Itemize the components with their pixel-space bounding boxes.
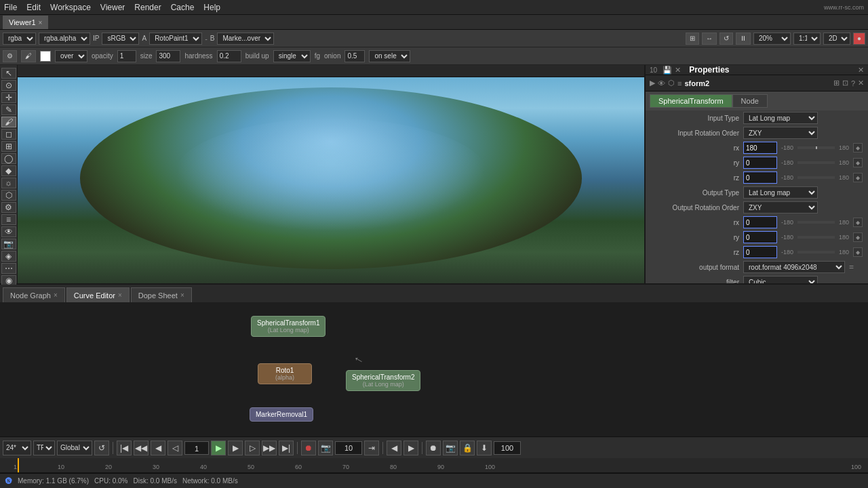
- output-rotation-order-select[interactable]: ZXY: [743, 201, 818, 214]
- color-profile-select[interactable]: sRGB: [102, 33, 139, 45]
- out-rx-slider[interactable]: [797, 221, 835, 224]
- blend-mode-select[interactable]: over: [55, 50, 87, 62]
- next-keyframe-btn[interactable]: ▶|: [279, 441, 294, 455]
- tab-node-graph-close[interactable]: ×: [54, 291, 58, 299]
- tool-paint[interactable]: 🖌: [1, 117, 16, 127]
- node-spherical2[interactable]: SphericalTransform2 (Lat Long map): [346, 370, 420, 391]
- output-format-link[interactable]: =: [849, 262, 854, 272]
- prev-play-btn[interactable]: ◀: [387, 441, 401, 455]
- frame-ruler[interactable]: 1 10 20 30 40 50 60 70 80 90 100 100: [0, 458, 868, 473]
- node-graph-canvas[interactable]: SphericalTransform1 (Lat Long map) Roto1…: [0, 302, 868, 436]
- single-select[interactable]: single: [273, 50, 311, 62]
- jump-btn[interactable]: ⇥: [364, 441, 379, 455]
- tab-curve-editor-close[interactable]: ×: [118, 291, 122, 299]
- range-end-input[interactable]: [494, 441, 521, 455]
- menu-edit[interactable]: Edit: [26, 3, 41, 12]
- lock-btn[interactable]: 🔒: [460, 441, 475, 455]
- next-frame-btn[interactable]: ▷: [245, 441, 260, 455]
- b-node-select[interactable]: Marke...over: [217, 33, 274, 45]
- tool-brush[interactable]: ✎: [1, 104, 16, 115]
- filter-select[interactable]: Cubic: [743, 276, 818, 283]
- global-select[interactable]: Global: [57, 441, 92, 455]
- tool-erase[interactable]: ◻: [1, 129, 16, 140]
- rx-slider[interactable]: [797, 146, 835, 149]
- tool-media[interactable]: 📷: [1, 239, 16, 249]
- color-space-select[interactable]: rgba: [3, 33, 36, 45]
- viewer-layout-btn[interactable]: ⊞: [686, 33, 699, 45]
- hardness-input[interactable]: [217, 50, 241, 62]
- tab-dope-sheet[interactable]: Dope Sheet ×: [131, 287, 192, 302]
- menu-viewer[interactable]: Viewer: [100, 3, 125, 12]
- out-rx-input[interactable]: [743, 216, 777, 228]
- input-type-select[interactable]: Lat Long map: [743, 112, 818, 124]
- rx-anim-btn[interactable]: ◆: [853, 143, 863, 152]
- sform2-expand[interactable]: ⊡: [842, 79, 848, 87]
- color-swatch[interactable]: [40, 51, 51, 62]
- back-btn[interactable]: ◀: [151, 441, 165, 455]
- out-rz-slider[interactable]: [797, 251, 835, 253]
- tf-select[interactable]: TF: [33, 441, 55, 455]
- menu-workspace[interactable]: Workspace: [50, 3, 91, 12]
- tool-dodge[interactable]: ☼: [1, 178, 16, 188]
- node-roto1[interactable]: Roto1 (alpha): [258, 363, 312, 384]
- fwd-play-btn[interactable]: ▶: [403, 441, 418, 455]
- paint-mode-btn[interactable]: 🖌: [21, 50, 36, 62]
- viewer-loop-btn[interactable]: ↺: [719, 33, 733, 45]
- tool-viewer2[interactable]: 👁: [1, 226, 16, 237]
- alpha-mode-select[interactable]: rgba.alpha: [39, 33, 90, 45]
- rz-slider[interactable]: [797, 176, 835, 179]
- ratio-select[interactable]: 1:1: [793, 33, 821, 45]
- step-back-btn[interactable]: ◀◀: [134, 441, 149, 455]
- dim-select[interactable]: 2D: [823, 33, 850, 45]
- download-btn[interactable]: ⬇: [477, 441, 492, 455]
- viewer-tab-close[interactable]: ×: [39, 19, 43, 26]
- current-frame-display[interactable]: 1: [184, 441, 209, 455]
- tool-graph[interactable]: ⋯: [1, 263, 16, 274]
- tool-3d[interactable]: ◈: [1, 251, 16, 262]
- snapshot-btn[interactable]: 📷: [318, 441, 333, 455]
- input-rotation-order-select[interactable]: ZXY: [743, 127, 818, 139]
- playhead[interactable]: [18, 458, 19, 472]
- zoom-select[interactable]: 20%: [753, 33, 791, 45]
- sform2-help[interactable]: ?: [851, 79, 855, 87]
- fps-select[interactable]: 24*: [3, 441, 31, 455]
- tab-curve-editor[interactable]: Curve Editor ×: [66, 287, 130, 302]
- opacity-input[interactable]: [117, 50, 136, 62]
- out-ry-input[interactable]: [743, 231, 777, 243]
- fwd-btn[interactable]: ▶▶: [262, 441, 277, 455]
- rz-input[interactable]: [743, 171, 777, 184]
- play-fwd-btn[interactable]: ▶: [228, 441, 243, 455]
- viewer-canvas[interactable]: 4096x2048 bbox: 0 0 4096 2048 cf x=0 y=0…: [18, 77, 644, 283]
- out-ry-slider[interactable]: [797, 236, 835, 239]
- on-sele-select[interactable]: on sele: [369, 50, 410, 62]
- sform2-clone[interactable]: ⊞: [833, 79, 840, 87]
- output-type-select[interactable]: Lat Long map: [743, 186, 818, 199]
- viewer-pause-btn[interactable]: ⏸: [736, 33, 751, 45]
- menu-render[interactable]: Render: [134, 3, 161, 12]
- record2-btn[interactable]: ⏺: [426, 441, 441, 455]
- size-input[interactable]: [156, 50, 180, 62]
- prev-frame-btn[interactable]: ◁: [167, 441, 182, 455]
- ry-slider[interactable]: [797, 161, 835, 164]
- tab-dope-sheet-close[interactable]: ×: [180, 291, 184, 299]
- tab-node-graph[interactable]: Node Graph ×: [3, 287, 65, 302]
- tool-layers[interactable]: ≡: [1, 214, 16, 225]
- reset-btn[interactable]: ●: [853, 33, 865, 45]
- onion-input[interactable]: [344, 50, 365, 62]
- record-btn[interactable]: ⏺: [301, 441, 316, 455]
- viewer-wipe-btn[interactable]: ↔: [702, 33, 717, 45]
- tool-node[interactable]: ⬡: [1, 190, 16, 201]
- playback-cycle-btn[interactable]: ↺: [94, 441, 109, 455]
- out-rx-anim[interactable]: ◆: [853, 218, 863, 227]
- range-jump-input[interactable]: [335, 441, 362, 455]
- output-format-select[interactable]: root.format 4096x2048: [743, 261, 845, 273]
- play-btn[interactable]: ▶: [211, 441, 226, 455]
- out-rz-input[interactable]: [743, 246, 777, 258]
- out-ry-anim[interactable]: ◆: [853, 232, 863, 242]
- tab-node[interactable]: Node: [732, 94, 768, 108]
- tool-roto[interactable]: ⊙: [1, 80, 16, 91]
- nuke-logo[interactable]: 🅝: [5, 477, 12, 485]
- settings-btn[interactable]: ⚙: [3, 50, 17, 62]
- tab-spherical-transform[interactable]: SphericalTransform: [650, 94, 732, 108]
- viewer-tab-1[interactable]: Viewer1 ×: [3, 16, 48, 29]
